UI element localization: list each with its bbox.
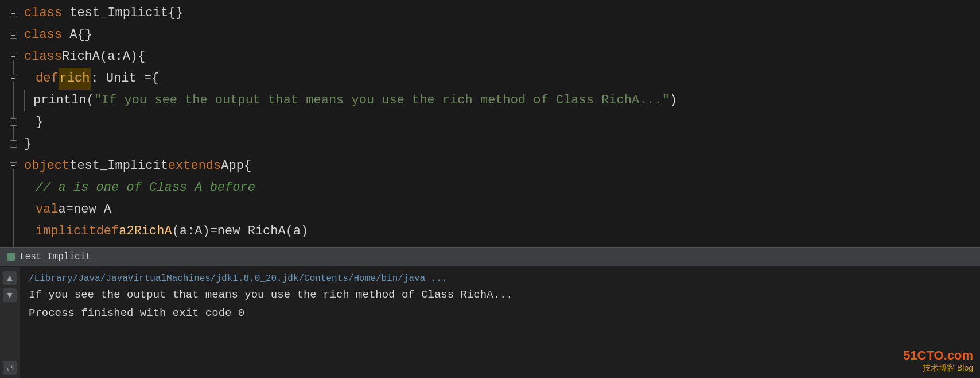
scroll-down-button[interactable]: ▼ <box>3 288 17 302</box>
code-text-11: implicit def a2RichA(a:A)=new RichA(a) <box>22 221 308 242</box>
console-sidebar: ▲ ▼ ⇄ <box>0 267 20 378</box>
code-text-1: class test_Implicit{} <box>22 2 183 24</box>
code-text-4: def rich : Unit ={ <box>22 68 159 90</box>
gutter-12 <box>5 242 22 247</box>
gutter-10 <box>5 199 22 221</box>
tab-bar: test_Implicit <box>0 247 980 267</box>
code-line-12: // 0_0! <box>0 242 980 247</box>
gutter-3[interactable] <box>5 46 22 68</box>
app-container: class test_Implicit{} class A{} <box>0 0 980 378</box>
code-line-2: class A{} <box>0 24 980 46</box>
code-text-6: } <box>22 111 43 133</box>
console-output: If you see the output that means you use… <box>29 288 971 301</box>
gutter-7[interactable] <box>5 133 22 155</box>
code-text-9: // a is one of Class A before <box>22 177 255 199</box>
code-line-6: } <box>0 111 980 133</box>
console-area: ▲ ▼ ⇄ /Library/Java/JavaVirtualMachines/… <box>0 267 980 378</box>
watermark-subtitle: 技术博客 Blog <box>903 363 973 373</box>
console-process: Process finished with exit code 0 <box>29 307 971 319</box>
console-content: /Library/Java/JavaVirtualMachines/jdk1.8… <box>20 267 980 378</box>
code-text-5: println("If you see the output that mean… <box>22 90 677 111</box>
tab-icon <box>7 253 15 261</box>
code-line-1: class test_Implicit{} <box>0 2 980 24</box>
code-text-10: val a=new A <box>22 199 111 221</box>
gutter-9 <box>5 177 22 199</box>
code-line-10: val a=new A <box>0 199 980 221</box>
console-path: /Library/Java/JavaVirtualMachines/jdk1.8… <box>29 273 971 284</box>
tab-title[interactable]: test_Implicit <box>20 252 91 262</box>
scroll-up-button[interactable]: ▲ <box>3 271 17 285</box>
gutter-6[interactable] <box>5 111 22 133</box>
code-text-7: } <box>22 133 32 155</box>
watermark-logo: 51CTO.com <box>903 348 973 363</box>
code-line-9: // a is one of Class A before <box>0 177 980 199</box>
code-line-7: } <box>0 133 980 155</box>
code-line-8: object test_Implicit extends App{ <box>0 155 980 177</box>
gutter-2[interactable] <box>5 32 22 39</box>
code-text-2: class A{} <box>22 24 92 46</box>
code-text-12: // 0_0! <box>22 242 88 247</box>
gutter-5 <box>5 90 22 111</box>
watermark: 51CTO.com 技术博客 Blog <box>903 348 973 373</box>
code-text-8: object test_Implicit extends App{ <box>22 155 251 177</box>
wrap-button[interactable]: ⇄ <box>3 361 17 375</box>
code-line-5: println("If you see the output that mean… <box>0 90 980 111</box>
code-line-3: class RichA(a:A){ <box>0 46 980 68</box>
code-line-11: implicit def a2RichA(a:A)=new RichA(a) <box>0 221 980 242</box>
code-text-3: class RichA(a:A){ <box>22 46 145 68</box>
editor-area: class test_Implicit{} class A{} <box>0 0 980 247</box>
gutter-4[interactable] <box>5 68 22 90</box>
gutter-8[interactable] <box>5 155 22 177</box>
gutter-11 <box>5 221 22 242</box>
gutter-1[interactable] <box>5 10 22 17</box>
code-line-4: def rich : Unit ={ <box>0 68 980 90</box>
